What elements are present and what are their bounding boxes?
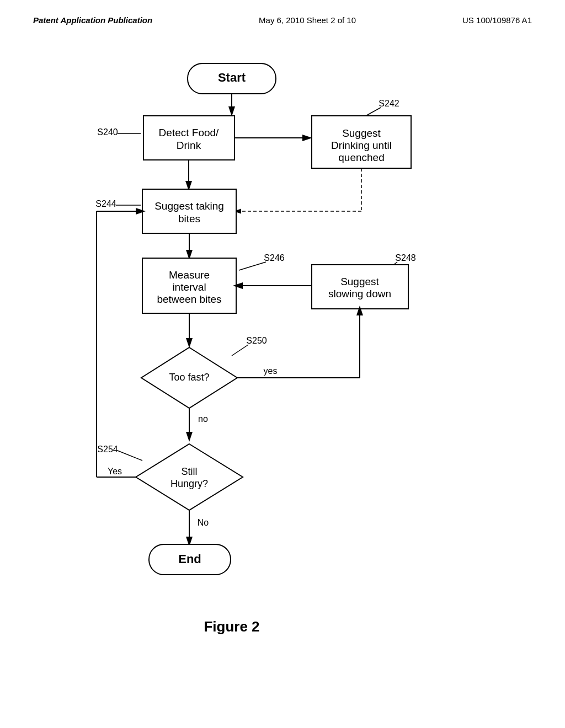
svg-text:Hungry?: Hungry? — [170, 478, 208, 489]
flowchart-svg: Start S240 Detect Food/ Drink S242 Sugge… — [0, 36, 565, 676]
svg-text:Suggest taking: Suggest taking — [154, 200, 224, 212]
svg-text:no: no — [198, 414, 208, 424]
svg-marker-48 — [136, 444, 243, 510]
svg-text:Start: Start — [218, 71, 246, 84]
svg-text:Drink: Drink — [177, 140, 201, 151]
svg-text:yes: yes — [264, 366, 278, 376]
svg-text:S248: S248 — [395, 253, 415, 263]
svg-text:quenched: quenched — [338, 152, 384, 163]
svg-text:End: End — [178, 552, 201, 566]
svg-text:S244: S244 — [95, 199, 116, 208]
svg-line-25 — [239, 262, 266, 270]
svg-text:interval: interval — [172, 281, 206, 293]
svg-text:Suggest: Suggest — [342, 127, 381, 139]
svg-line-38 — [232, 345, 248, 356]
svg-text:Too fast?: Too fast? — [169, 372, 209, 383]
svg-text:S254: S254 — [97, 445, 118, 454]
svg-text:Detect Food/: Detect Food/ — [159, 127, 219, 138]
svg-text:S240: S240 — [97, 127, 118, 137]
svg-line-10 — [366, 108, 381, 116]
svg-text:between bites: between bites — [157, 293, 221, 305]
svg-text:Measure: Measure — [169, 269, 210, 281]
svg-text:S242: S242 — [379, 99, 399, 108]
svg-line-47 — [118, 451, 142, 461]
svg-text:Drinking until: Drinking until — [331, 140, 392, 151]
header-right: US 100/109876 A1 — [462, 15, 532, 25]
page: Patent Application Publication May 6, 20… — [0, 0, 565, 728]
svg-text:No: No — [198, 518, 209, 527]
svg-text:Suggest: Suggest — [340, 276, 379, 287]
svg-text:Figure 2: Figure 2 — [204, 618, 259, 635]
svg-text:S246: S246 — [264, 253, 284, 263]
diagram-area: Start S240 Detect Food/ Drink S242 Sugge… — [0, 36, 565, 676]
svg-text:Still: Still — [181, 466, 197, 477]
svg-text:S250: S250 — [246, 336, 266, 345]
header-left: Patent Application Publication — [33, 15, 152, 25]
header-center: May 6, 2010 Sheet 2 of 10 — [259, 15, 356, 25]
svg-text:bites: bites — [178, 213, 200, 224]
svg-text:Yes: Yes — [108, 467, 122, 476]
svg-text:slowing down: slowing down — [328, 288, 391, 299]
header: Patent Application Publication May 6, 20… — [0, 0, 565, 30]
